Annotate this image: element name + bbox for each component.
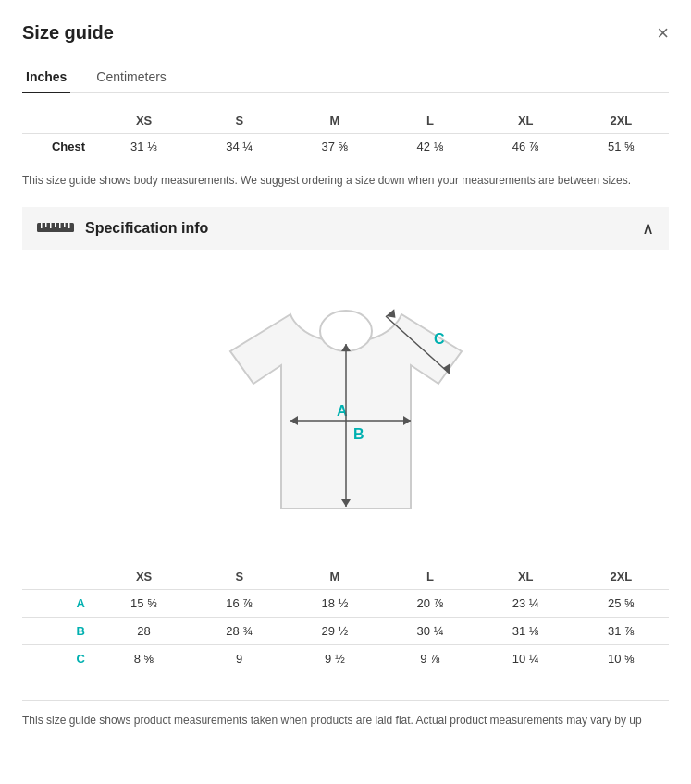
spec-col-l: L xyxy=(382,564,477,590)
cell-chest-s: 34 ¼ xyxy=(191,134,287,160)
close-button[interactable]: × xyxy=(657,23,669,43)
bottom-note: This size guide shows product measuremen… xyxy=(22,700,669,729)
size-guide-modal: Size guide × Inches Centimeters XS S M L… xyxy=(0,0,691,743)
cell-chest-m: 37 ⅝ xyxy=(287,134,382,160)
svg-text:B: B xyxy=(353,426,364,442)
table-row: B 28 28 ¾ 29 ½ 30 ¼ 31 ⅛ 31 ⅞ xyxy=(22,618,669,645)
body-size-table: XS S M L XL 2XL Chest 31 ⅛ 34 ¼ 37 ⅝ 42 … xyxy=(22,108,669,159)
spec-col-2xl: 2XL xyxy=(574,564,669,590)
spec-col-m: M xyxy=(287,564,382,590)
svg-rect-3 xyxy=(50,223,52,228)
row-label-chest: Chest xyxy=(22,134,96,160)
tab-inches[interactable]: Inches xyxy=(22,62,70,93)
spec-header[interactable]: Specification info ∧ xyxy=(22,207,669,250)
row-label-c: C xyxy=(22,645,96,673)
chevron-up-icon: ∧ xyxy=(642,218,654,239)
svg-text:C: C xyxy=(434,331,445,347)
tshirt-svg: A B C xyxy=(221,277,471,545)
col-l: L xyxy=(382,108,477,134)
col-2xl: 2XL xyxy=(574,108,669,134)
table-row: A 15 ⅝ 16 ⅞ 18 ½ 20 ⅞ 23 ¼ 25 ⅝ xyxy=(22,590,669,618)
svg-rect-1 xyxy=(41,223,43,228)
ruler-icon xyxy=(37,219,74,239)
svg-rect-6 xyxy=(64,223,66,227)
cell-chest-l: 42 ⅛ xyxy=(382,134,477,160)
table-row: C 8 ⅝ 9 9 ½ 9 ⅞ 10 ¼ 10 ⅝ xyxy=(22,645,669,673)
spec-section-title: Specification info xyxy=(85,220,208,237)
svg-rect-4 xyxy=(55,223,56,227)
tshirt-diagram: A B C xyxy=(22,250,669,564)
spec-col-xs: XS xyxy=(96,564,191,590)
spec-col-s: S xyxy=(191,564,287,590)
row-label-a: A xyxy=(22,590,96,618)
body-note: This size guide shows body measurements.… xyxy=(22,172,669,189)
cell-chest-xl: 46 ⅞ xyxy=(478,134,574,160)
spec-measurement-table: XS S M L XL 2XL A 15 ⅝ 16 ⅞ 18 ½ 20 ⅞ 23… xyxy=(22,564,669,672)
modal-header: Size guide × xyxy=(22,22,669,43)
svg-marker-18 xyxy=(386,309,399,322)
spec-header-left: Specification info xyxy=(37,219,208,239)
row-label-b: B xyxy=(22,618,96,645)
tabs: Inches Centimeters xyxy=(22,62,669,93)
modal-title: Size guide xyxy=(22,22,114,43)
col-xs: XS xyxy=(96,108,191,134)
cell-chest-xs: 31 ⅛ xyxy=(96,134,191,160)
spec-col-xl: XL xyxy=(478,564,574,590)
spec-table-wrap: XS S M L XL 2XL A 15 ⅝ 16 ⅞ 18 ½ 20 ⅞ 23… xyxy=(22,564,669,687)
col-xl: XL xyxy=(478,108,574,134)
col-s: S xyxy=(191,108,287,134)
table-row: Chest 31 ⅛ 34 ¼ 37 ⅝ 42 ⅛ 46 ⅞ 51 ⅝ xyxy=(22,134,669,160)
svg-rect-7 xyxy=(68,223,70,228)
svg-rect-2 xyxy=(45,223,47,227)
tab-centimeters[interactable]: Centimeters xyxy=(93,62,169,93)
cell-chest-2xl: 51 ⅝ xyxy=(574,134,669,160)
col-m: M xyxy=(287,108,382,134)
svg-rect-5 xyxy=(59,223,61,228)
